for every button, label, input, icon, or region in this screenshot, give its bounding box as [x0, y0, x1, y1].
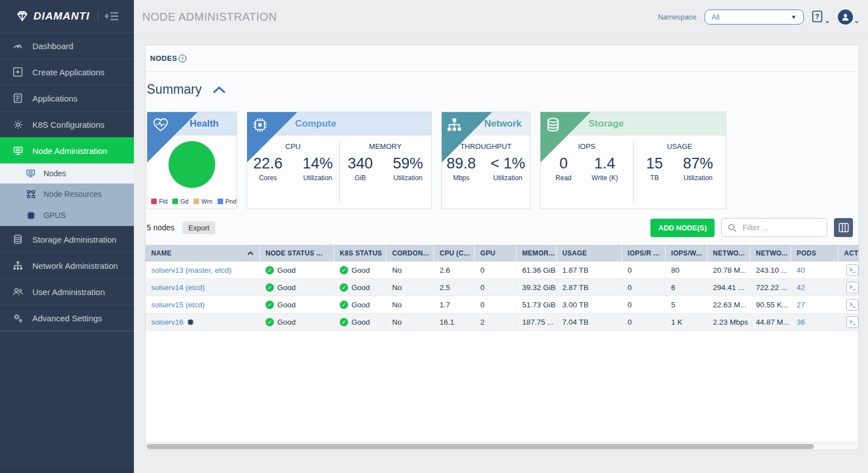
user-menu-button[interactable]: ⌄: [838, 9, 859, 25]
sidebar-item-storage-administration[interactable]: Storage Administration: [0, 226, 134, 252]
node-name-link[interactable]: solserv14 (etcd): [151, 283, 205, 292]
usage-cell: 3.00 TB: [557, 296, 622, 313]
pods-link[interactable]: 27: [797, 301, 805, 309]
gpu-cell: 0: [475, 262, 517, 278]
memory-value: 340: [348, 155, 373, 172]
cpu-cores-unit: Cores: [253, 174, 283, 182]
col-gpu[interactable]: GPU: [475, 245, 517, 262]
cpu-chip-icon: [252, 117, 268, 135]
memory-utilization-value: 59%: [393, 155, 423, 172]
compute-card: Compute CPU 22.6Cores 14%Util: [247, 112, 432, 209]
network-tx-cell: 44.87 M...: [750, 313, 791, 330]
gears-icon: [12, 312, 23, 324]
square-plus-icon: [12, 66, 23, 78]
export-button[interactable]: Export: [182, 221, 216, 234]
node-count: 5 nodes: [147, 223, 175, 232]
col-actions[interactable]: ACTIO: [838, 245, 859, 262]
sidebar-item-user-administration[interactable]: User Administration: [0, 278, 134, 305]
sidebar-item-k8s-configurations[interactable]: K8S Configurations: [0, 111, 134, 137]
col-iops-write[interactable]: IOPS/W...: [666, 245, 707, 262]
usage-section: USAGE 15TB 87%Utilization: [634, 136, 726, 210]
database-icon: [546, 117, 561, 134]
table-row: solserv13 (master, etcd) ✓Good ✓Good No …: [146, 262, 859, 279]
col-network-rx[interactable]: NETWO...: [707, 245, 750, 262]
namespace-select[interactable]: All ▼: [705, 9, 804, 25]
node-name-link[interactable]: solserv13 (master, etcd): [151, 266, 232, 274]
good-status-icon: ✓: [340, 283, 348, 292]
col-memory[interactable]: MEMOR...: [517, 245, 557, 262]
gpu-cell: 2: [475, 313, 517, 330]
legend-label: Fld: [159, 198, 167, 205]
sidebar-item-advanced-settings[interactable]: Advanced Settings: [0, 305, 134, 331]
legend-label: Pnd: [225, 198, 237, 205]
horizontal-scrollbar[interactable]: [146, 442, 859, 450]
chevron-up-icon[interactable]: [213, 86, 226, 94]
pods-link[interactable]: 40: [797, 266, 805, 274]
iops-read-cell: 0: [622, 313, 666, 330]
sidebar-subitem-nodes[interactable]: Nodes: [0, 163, 134, 184]
pods-link[interactable]: 36: [797, 318, 805, 326]
help-menu-button[interactable]: ? ⌄: [812, 10, 830, 25]
iops-write-cell: 5: [666, 296, 707, 313]
add-nodes-button[interactable]: ADD NODE(S): [650, 219, 715, 237]
col-pods[interactable]: PODS: [791, 245, 838, 262]
status-badge: ✓Good: [340, 283, 370, 292]
cpu-utilization-value: 14%: [303, 155, 333, 172]
table-row: solserv14 (etcd) ✓Good ✓Good No 2.5 0 39…: [146, 279, 859, 296]
network-tree-icon: [12, 260, 23, 271]
good-status-icon: ✓: [266, 301, 274, 309]
col-cpu[interactable]: CPU (C...: [434, 245, 475, 262]
col-network-tx[interactable]: NETWO...: [750, 245, 791, 262]
sidebar-subitem-node-resources[interactable]: Node Resources: [0, 184, 134, 205]
scrollbar-thumb[interactable]: [147, 444, 814, 449]
status-badge: ✓Good: [266, 318, 296, 326]
status-badge: ✓Good: [340, 301, 370, 309]
health-card: Health Fld Gd Wrn Pnd: [147, 112, 237, 209]
sidebar-item-applications[interactable]: Applications: [0, 85, 134, 111]
sidebar-item-label: User Administration: [32, 287, 105, 297]
legend-swatch-good: [172, 199, 178, 204]
nodes-panel: NODES ? Summary Health: [145, 45, 859, 450]
sidebar-item-network-administration[interactable]: Network Administration: [0, 252, 134, 278]
iops-write-value: 1.4: [592, 155, 618, 172]
topbar: NODE ADMINISTRATION Namespace All ▼ ? ⌄ …: [134, 0, 868, 35]
col-name[interactable]: NAME: [146, 245, 260, 262]
col-k8s-status[interactable]: K8S STATUS: [334, 245, 387, 262]
sidebar-item-node-administration[interactable]: Node Administration: [0, 137, 134, 163]
terminal-button[interactable]: [846, 264, 859, 276]
cpu-cell: 2.6: [434, 262, 475, 278]
health-legend: Fld Gd Wrn Pnd: [151, 198, 234, 205]
node-name-link[interactable]: solserv15 (etcd): [151, 301, 205, 309]
terminal-button[interactable]: [846, 282, 859, 293]
legend-item: Gd: [172, 198, 189, 205]
good-status-icon: ✓: [340, 266, 348, 274]
pods-link[interactable]: 42: [797, 283, 805, 292]
sidebar-subitem-gpus[interactable]: GPUS: [0, 205, 134, 226]
brand-name: DIAMANTI: [33, 10, 90, 22]
sidebar-collapse-icon[interactable]: [105, 11, 119, 22]
hierarchy-icon: [26, 189, 36, 199]
col-iops-read[interactable]: IOPS/R ...: [622, 245, 666, 262]
terminal-button[interactable]: [846, 299, 859, 311]
columns-button[interactable]: [834, 218, 853, 237]
gpu-chip-icon: [187, 318, 194, 326]
sidebar-item-dashboard[interactable]: Dashboard: [0, 32, 134, 59]
iops-write-label: Write (K): [592, 174, 618, 182]
compute-card-title: Compute: [295, 118, 336, 129]
help-icon[interactable]: ?: [179, 55, 186, 62]
col-usage[interactable]: USAGE: [557, 245, 622, 262]
network-utilization-label: Utilization: [490, 174, 525, 182]
terminal-button[interactable]: [846, 316, 859, 328]
memory-cell: 51.73 GiB: [517, 296, 557, 313]
col-cordoned[interactable]: CORDON...: [387, 245, 434, 262]
node-name-link[interactable]: solserv16: [151, 318, 184, 326]
sidebar-item-create-applications[interactable]: Create Applications: [0, 59, 134, 85]
network-tx-cell: 243.10 ...: [750, 262, 791, 278]
filter-input[interactable]: [742, 223, 809, 232]
sidebar-item-label: Applications: [32, 94, 78, 103]
nodes-table: NAME NODE STATUS ... K8S STATUS CORDON..…: [146, 245, 859, 331]
col-node-status[interactable]: NODE STATUS ...: [260, 245, 334, 262]
table-header-row: NAME NODE STATUS ... K8S STATUS CORDON..…: [146, 245, 859, 262]
legend-label: Wrn: [201, 198, 213, 205]
table-row: solserv15 (etcd) ✓Good ✓Good No 1.7 0 51…: [146, 296, 859, 313]
